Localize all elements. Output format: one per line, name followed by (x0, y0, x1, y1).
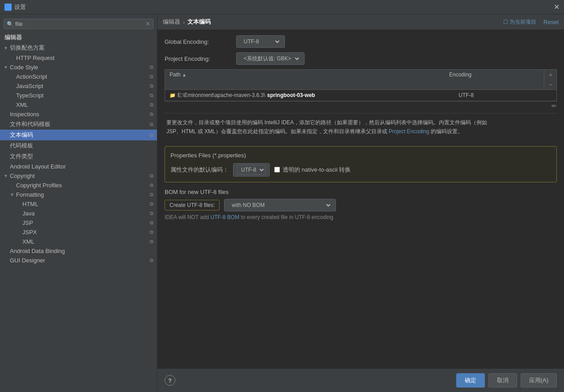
remove-row-button[interactable]: − (544, 80, 557, 89)
properties-encoding-label: 属性文件的默认编码： (170, 166, 229, 174)
expand-arrow: ▼ (4, 65, 10, 70)
folder-icon: 📁 (170, 93, 176, 98)
reset-button[interactable]: Reset (543, 19, 559, 25)
sidebar-item-switch-theme[interactable]: ▼ 切换配色方案 (0, 42, 157, 53)
sidebar-item-label: Java (22, 210, 148, 217)
sidebar-item-label: Android Data Binding (10, 248, 153, 254)
project-link[interactable]: ☐ 为当前项目 (503, 18, 536, 26)
copy-icon: ⧉ (150, 192, 153, 198)
global-encoding-select[interactable]: UTF-8 GBK ISO-8859-1 (236, 35, 285, 48)
project-encoding-dropdown[interactable]: <系统默认值: GBK> UTF-8 GBK (240, 54, 301, 63)
sidebar-item-label: 文本编码 (10, 131, 148, 139)
copy-icon: ⧉ (150, 173, 153, 179)
properties-section-title: Properties Files (*.properties) (170, 152, 551, 159)
add-row-button[interactable]: + (544, 70, 557, 80)
table-cell-encoding: UTF-8 (454, 90, 556, 101)
sidebar-item-java[interactable]: Java ⧉ (0, 209, 157, 218)
project-encoding-row: Project Encoding: <系统默认值: GBK> UTF-8 GBK (165, 52, 557, 65)
bom-create-label: Create UTF-8 files: (165, 200, 220, 211)
breadcrumb-current: 文本编码 (187, 18, 211, 26)
search-input[interactable] (15, 21, 145, 27)
sidebar-item-typescript[interactable]: TypeScript ⧉ (0, 91, 157, 100)
close-button[interactable]: ✕ (554, 3, 560, 11)
bom-select[interactable]: with NO BOM with BOM with BOM (when need… (228, 201, 332, 210)
copy-icon: ⧉ (150, 102, 153, 108)
sidebar-item-label: ActionScript (16, 73, 148, 80)
sidebar-item-http-request[interactable]: HTTP Request (0, 53, 157, 63)
sidebar-item-jsp[interactable]: JSP ⧉ (0, 218, 157, 228)
sidebar-item-javascript[interactable]: JavaScript ⧉ (0, 81, 157, 91)
sidebar-item-label: JSP (22, 219, 148, 226)
sidebar-item-copyright[interactable]: ▼ Copyright ⧉ (0, 171, 157, 181)
copy-icon: ⧉ (150, 64, 153, 70)
sidebar-item-code-templates[interactable]: 代码模板 (0, 140, 157, 151)
sidebar-item-label: GUI Designer (10, 257, 148, 264)
sidebar: 🔍 ✕ 编辑器 ▼ 切换配色方案 HTTP Request ▼ Code Sty… (0, 14, 157, 392)
table-row[interactable]: 📁 E:\Emironment\apache-maven-3.6.3\sprin… (165, 90, 556, 101)
sidebar-item-text-encoding[interactable]: 文本编码 ⧉ (0, 130, 157, 140)
sidebar-item-code-style[interactable]: ▼ Code Style ⧉ (0, 63, 157, 72)
encoding-table: Path ▲ Encoding + − 📁 E:\Emironment\apac… (165, 69, 557, 101)
search-bar: 🔍 ✕ (4, 19, 153, 29)
cancel-button[interactable]: 取消 (488, 373, 517, 388)
sidebar-item-label: Code Style (10, 64, 148, 71)
sidebar-item-copyright-profiles[interactable]: Copyright Profiles ⧉ (0, 181, 157, 190)
bom-row: Create UTF-8 files: with NO BOM with BOM… (165, 199, 557, 211)
sidebar-item-html[interactable]: HTML ⧉ (0, 199, 157, 209)
sidebar-item-jspx[interactable]: JSPX ⧉ (0, 228, 157, 237)
bom-hint-suffix: to every created file in UTF-8 encoding (239, 214, 333, 220)
bom-hint: IDEA will NOT add UTF-8 BOM to every cre… (165, 214, 557, 220)
confirm-button[interactable]: 确定 (456, 373, 485, 388)
sidebar-item-xml-cs[interactable]: XML ⧉ (0, 100, 157, 110)
sidebar-item-formatting[interactable]: ▼ Formatting ⧉ (0, 190, 157, 199)
expand-arrow: ▼ (4, 173, 10, 178)
sidebar-item-label: JSPX (22, 229, 148, 236)
help-button[interactable]: ? (165, 375, 175, 386)
sidebar-item-label: 文件类型 (10, 152, 153, 160)
expand-arrow: ▼ (10, 192, 16, 197)
native-to-ascii-checkbox[interactable] (274, 167, 280, 173)
native-to-ascii-label: 透明的 native-to-ascii 转换 (283, 166, 351, 174)
native-to-ascii-checkbox-label[interactable]: 透明的 native-to-ascii 转换 (274, 166, 351, 174)
sidebar-item-label: HTML (22, 201, 148, 207)
copy-icon: ⧉ (150, 132, 153, 138)
sidebar-item-label: Copyright Profiles (16, 182, 148, 189)
properties-section: Properties Files (*.properties) 属性文件的默认编… (165, 146, 557, 182)
table-header-encoding: Encoding (445, 70, 544, 89)
bom-hint-prefix: IDEA will NOT add (165, 214, 210, 220)
sidebar-item-label: TypeScript (16, 92, 148, 99)
edit-icon[interactable]: ✏ (551, 102, 557, 110)
copy-icon: ⧉ (150, 257, 153, 263)
sidebar-item-inspections[interactable]: Inspections ⧉ (0, 110, 157, 119)
bom-dropdown[interactable]: with NO BOM with BOM with BOM (when need… (224, 199, 336, 211)
table-header: Path ▲ Encoding + − (165, 70, 556, 90)
sidebar-item-android-data-binding[interactable]: Android Data Binding (0, 246, 157, 256)
utf8-bom-link: UTF-8 BOM (210, 214, 239, 220)
expand-arrow: ▼ (4, 46, 10, 51)
global-encoding-row: Global Encoding: UTF-8 GBK ISO-8859-1 (165, 35, 557, 48)
sidebar-item-label: Android Layout Editor (10, 163, 153, 170)
properties-encoding-select[interactable]: UTF-8 GBK (233, 163, 270, 177)
global-encoding-dropdown[interactable]: UTF-8 GBK ISO-8859-1 (240, 37, 281, 46)
sidebar-item-android-layout[interactable]: Android Layout Editor (0, 162, 157, 171)
table-header-path: Path ▲ (165, 70, 445, 89)
project-encoding-select[interactable]: <系统默认值: GBK> UTF-8 GBK (236, 52, 305, 65)
copy-icon: ⧉ (150, 182, 153, 188)
title-bar-title: 设置 (14, 3, 26, 11)
sidebar-item-file-types[interactable]: 文件类型 (0, 151, 157, 162)
properties-encoding-row: 属性文件的默认编码： UTF-8 GBK 透明的 native-to-ascii… (170, 163, 551, 177)
bottom-bar: ? 确定 取消 应用(A) (157, 368, 564, 392)
sidebar-item-xml-cr[interactable]: XML ⧉ (0, 237, 157, 246)
apply-button[interactable]: 应用(A) (521, 373, 557, 388)
sidebar-item-actionscript[interactable]: ActionScript ⧉ (0, 72, 157, 81)
title-bar: 设置 ✕ (0, 0, 564, 14)
sidebar-item-gui-designer[interactable]: GUI Designer ⧉ (0, 256, 157, 265)
search-clear-button[interactable]: ✕ (145, 21, 150, 27)
properties-encoding-dropdown[interactable]: UTF-8 GBK (237, 165, 266, 175)
table-header-actions: + − (544, 70, 556, 89)
sidebar-item-label: Formatting (16, 191, 148, 198)
sidebar-item-file-code-templates[interactable]: 文件和代码模板 ⧉ (0, 119, 157, 130)
bom-section-title: BOM for new UTF-8 files (165, 189, 557, 195)
breadcrumb-root: 编辑器 (163, 18, 180, 26)
sidebar-item-label: HTTP Request (16, 55, 153, 61)
